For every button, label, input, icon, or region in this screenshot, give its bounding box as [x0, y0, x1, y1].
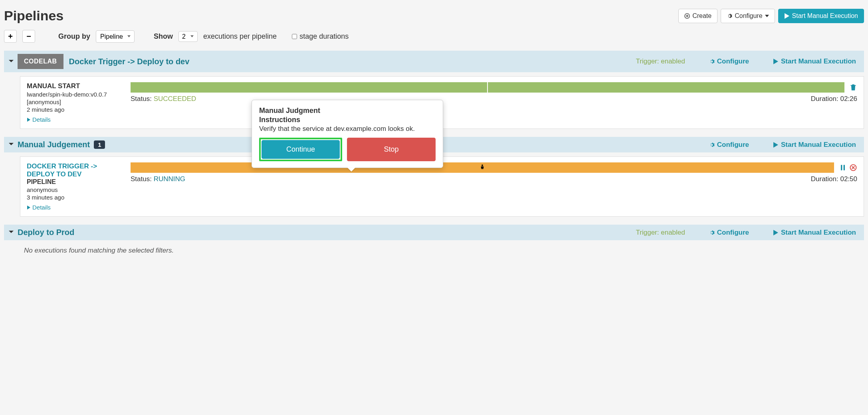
pipeline-name[interactable]: Docker Trigger -> Deploy to dev	[69, 57, 190, 66]
gear-icon	[727, 13, 732, 19]
configure-dropdown-button[interactable]: Configure	[721, 9, 775, 23]
gear-icon	[709, 59, 715, 64]
stage-segment-manual-judgment[interactable]	[131, 162, 834, 173]
page-title: Pipelines	[4, 8, 63, 24]
execution-user: anonymous	[27, 186, 123, 193]
configure-pipeline-link[interactable]: Configure	[709, 141, 749, 149]
gear-icon	[709, 142, 715, 148]
execution-duration: Duration: 02:50	[811, 175, 857, 183]
configure-link-label: Configure	[717, 229, 749, 237]
trigger-status: Trigger: enabled	[636, 229, 685, 237]
collapse-toggle[interactable]	[8, 141, 18, 148]
popover-title: Manual Judgment	[259, 107, 436, 115]
collapse-toggle[interactable]	[8, 58, 18, 65]
manual-judgment-icon	[480, 164, 485, 171]
execution-parent-link[interactable]: DOCKER TRIGGER -> DEPLOY TO DEV	[27, 162, 123, 178]
pipeline-header: Deploy to Prod Trigger: enabled Configur…	[4, 225, 864, 240]
pipeline-header: CODELAB Docker Trigger -> Deploy to dev …	[4, 51, 864, 72]
start-link-label: Start Manual Execution	[781, 57, 856, 65]
stage-segment[interactable]	[488, 82, 844, 93]
configure-link-label: Configure	[717, 57, 749, 65]
pipeline-name[interactable]: Manual Judgement	[18, 140, 90, 149]
execution-status: Status: RUNNING	[131, 175, 185, 183]
execution-image: lwander/spin-kub-demo:v0.0.7	[27, 91, 123, 98]
plus-circle-icon	[684, 13, 690, 19]
play-icon	[773, 142, 779, 148]
configure-pipeline-link[interactable]: Configure	[709, 229, 749, 237]
create-button[interactable]: Create	[678, 9, 717, 23]
start-link-label: Start Manual Execution	[781, 229, 856, 237]
collapse-all-button[interactable]: −	[22, 30, 35, 43]
create-label: Create	[692, 12, 711, 20]
start-manual-label: Start Manual Execution	[792, 12, 858, 20]
collapse-toggle[interactable]	[8, 229, 18, 236]
execution-time: 2 minutes ago	[27, 106, 123, 113]
per-pipeline-label: executions per pipeline	[203, 32, 277, 41]
play-icon	[784, 13, 790, 19]
execution-title: MANUAL START	[27, 82, 123, 90]
gear-icon	[709, 230, 715, 235]
chevron-right-icon	[27, 118, 31, 122]
configure-link-label: Configure	[717, 141, 749, 149]
show-label: Show	[154, 32, 173, 41]
stage-durations-checkbox-label[interactable]: stage durations	[292, 32, 349, 41]
expand-all-button[interactable]: +	[4, 30, 17, 43]
details-label: Details	[32, 204, 51, 211]
group-by-label: Group by	[58, 32, 90, 41]
codelab-badge: CODELAB	[18, 54, 63, 69]
details-label: Details	[32, 116, 51, 123]
show-count-select[interactable]: 2	[178, 31, 198, 42]
svg-point-1	[482, 164, 483, 166]
cancel-icon[interactable]	[849, 164, 857, 172]
chevron-right-icon	[27, 206, 31, 209]
instructions-text: Verify that the service at dev.example.c…	[259, 125, 436, 133]
popover-arrow-icon	[347, 168, 355, 172]
details-link[interactable]: Details	[27, 204, 51, 211]
execution-user: [anonymous]	[27, 99, 123, 105]
instructions-label: Instructions	[259, 116, 436, 124]
start-link-label: Start Manual Execution	[781, 141, 856, 149]
no-executions-message: No executions found matching the selecte…	[4, 240, 864, 255]
configure-label: Configure	[735, 12, 762, 20]
configure-pipeline-link[interactable]: Configure	[709, 57, 749, 65]
start-manual-execution-button[interactable]: Start Manual Execution	[778, 9, 864, 23]
continue-button[interactable]: Continue	[262, 140, 340, 159]
group-by-select[interactable]: Pipeline	[96, 30, 135, 43]
play-icon	[773, 230, 779, 235]
caret-down-icon	[765, 15, 769, 17]
execution-subtitle: PIPELINE	[27, 178, 123, 186]
execution-time: 3 minutes ago	[27, 194, 123, 201]
manual-judgment-popover: Manual Judgment Instructions Verify that…	[252, 100, 443, 168]
pipeline-name[interactable]: Deploy to Prod	[18, 228, 74, 237]
stage-progress-bar[interactable]	[131, 82, 844, 93]
delete-icon[interactable]	[849, 83, 857, 91]
play-icon	[773, 59, 779, 64]
start-execution-link[interactable]: Start Manual Execution	[773, 57, 856, 65]
stage-durations-text: stage durations	[299, 32, 349, 41]
start-execution-link[interactable]: Start Manual Execution	[773, 229, 856, 237]
start-execution-link[interactable]: Start Manual Execution	[773, 141, 856, 149]
running-count-badge: 1	[94, 140, 105, 149]
stage-segment[interactable]	[131, 82, 487, 93]
pause-icon[interactable]	[839, 164, 847, 172]
execution-status: Status: SUCCEEDED	[131, 95, 196, 103]
trigger-status: Trigger: enabled	[636, 57, 685, 65]
stage-progress-bar[interactable]	[131, 162, 834, 173]
execution-duration: Duration: 02:26	[811, 95, 857, 103]
stop-button[interactable]: Stop	[347, 138, 436, 161]
stage-durations-checkbox[interactable]	[292, 34, 297, 39]
details-link[interactable]: Details	[27, 116, 51, 123]
